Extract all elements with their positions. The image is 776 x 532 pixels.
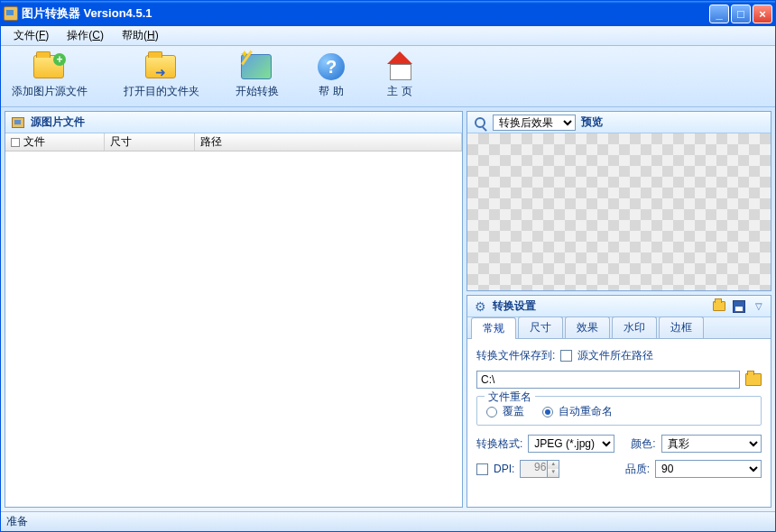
help-label: 帮 助 <box>319 84 343 99</box>
picture-icon <box>11 115 25 130</box>
tab-general[interactable]: 常规 <box>471 317 516 339</box>
color-select[interactable]: 真彩 <box>661 435 762 453</box>
magnifier-icon <box>473 115 487 130</box>
help-icon: ? <box>318 53 345 80</box>
overwrite-radio[interactable] <box>486 407 497 417</box>
preview-label: 预览 <box>581 115 603 130</box>
window-controls: _ □ × <box>709 5 772 23</box>
toolbar: + 添加图片源文件 ➜ 打开目的文件夹 开始转换 ? 帮 助 主 页 <box>1 46 775 107</box>
settings-menu-arrow-icon[interactable]: ▽ <box>753 300 765 312</box>
home-label: 主 页 <box>387 84 411 99</box>
overwrite-label: 覆盖 <box>503 404 524 419</box>
settings-header: ⚙ 转换设置 ▽ <box>467 296 771 317</box>
settings-tabs: 常规 尺寸 效果 水印 边框 <box>467 317 771 339</box>
col-path[interactable]: 路径 <box>195 133 462 151</box>
content-area: 源图片文件 文件 尺寸 路径 转换后效果 预览 <box>1 107 775 511</box>
app-icon <box>4 6 18 21</box>
right-column: 转换后效果 预览 ⚙ 转换设置 ▽ <box>467 111 771 508</box>
open-dest-label: 打开目的文件夹 <box>124 84 199 99</box>
preview-header: 转换后效果 预览 <box>467 112 771 133</box>
folder-add-icon: + <box>33 55 64 78</box>
source-table-header: 文件 尺寸 路径 <box>5 133 462 151</box>
dpi-input[interactable]: 96▲▼ <box>520 460 559 478</box>
same-path-checkbox[interactable] <box>560 350 572 362</box>
folder-open-icon: ➜ <box>145 55 176 78</box>
rename-legend: 文件重名 <box>485 390 535 405</box>
same-path-label: 源文件所在路径 <box>577 348 653 363</box>
menu-operate[interactable]: 操作(C) <box>58 26 113 45</box>
app-window: 图片转换器 Version4.5.1 _ □ × 文件(F) 操作(C) 帮助(… <box>0 0 776 532</box>
tab-size[interactable]: 尺寸 <box>518 316 563 338</box>
add-source-label: 添加图片源文件 <box>12 84 88 99</box>
load-settings-icon[interactable] <box>713 301 725 311</box>
source-panel-header: 源图片文件 <box>5 112 462 133</box>
tab-effect[interactable]: 效果 <box>565 316 610 338</box>
maximize-button[interactable]: □ <box>731 5 751 23</box>
dpi-label: DPI: <box>494 463 514 475</box>
quality-select[interactable]: 90 <box>655 460 762 478</box>
format-select[interactable]: JPEG (*.jpg) <box>528 435 614 453</box>
status-text: 准备 <box>6 514 28 529</box>
source-table-body[interactable] <box>5 151 462 507</box>
window-title: 图片转换器 Version4.5.1 <box>22 5 709 22</box>
preview-mode-select[interactable]: 转换后效果 <box>493 115 576 131</box>
save-path-input[interactable] <box>476 371 740 389</box>
preview-canvas[interactable] <box>467 133 771 290</box>
col-file[interactable]: 文件 <box>5 133 105 151</box>
settings-panel: ⚙ 转换设置 ▽ 常规 尺寸 效果 水印 边框 <box>467 295 771 508</box>
menubar: 文件(F) 操作(C) 帮助(H) <box>1 26 775 46</box>
settings-title: 转换设置 <box>493 298 536 314</box>
tab-border[interactable]: 边框 <box>659 316 704 338</box>
menu-help[interactable]: 帮助(H) <box>113 26 168 45</box>
titlebar: 图片转换器 Version4.5.1 _ □ × <box>1 1 775 26</box>
col-size[interactable]: 尺寸 <box>105 133 195 151</box>
wand-icon <box>241 54 272 79</box>
statusbar: 准备 <box>1 511 775 531</box>
preview-panel: 转换后效果 预览 <box>467 111 771 291</box>
close-button[interactable]: × <box>753 5 772 23</box>
start-label: 开始转换 <box>236 84 279 99</box>
open-dest-button[interactable]: ➜ 打开目的文件夹 <box>120 51 203 101</box>
auto-rename-radio[interactable] <box>542 407 553 417</box>
home-button[interactable]: 主 页 <box>380 51 420 101</box>
format-label: 转换格式: <box>476 436 522 452</box>
save-settings-icon[interactable] <box>733 300 745 313</box>
rename-fieldset: 文件重名 覆盖 自动重命名 <box>476 396 762 426</box>
browse-folder-icon[interactable] <box>745 373 762 386</box>
help-button[interactable]: ? 帮 助 <box>311 51 351 101</box>
settings-body: 转换文件保存到: 源文件所在路径 文件重名 覆盖 <box>467 339 771 507</box>
home-icon <box>385 55 414 80</box>
color-label: 颜色: <box>631 436 655 452</box>
gear-icon: ⚙ <box>473 299 487 314</box>
dpi-checkbox[interactable] <box>476 463 488 475</box>
source-panel-title: 源图片文件 <box>31 115 85 130</box>
tab-watermark[interactable]: 水印 <box>612 316 657 338</box>
quality-label: 品质: <box>625 462 650 477</box>
menu-file[interactable]: 文件(F) <box>5 26 58 45</box>
start-convert-button[interactable]: 开始转换 <box>232 51 282 101</box>
add-source-button[interactable]: + 添加图片源文件 <box>8 51 91 101</box>
minimize-button[interactable]: _ <box>709 5 729 23</box>
save-to-label: 转换文件保存到: <box>476 348 555 363</box>
auto-rename-label: 自动重命名 <box>559 404 613 419</box>
select-all-checkbox[interactable] <box>11 138 20 147</box>
source-files-panel: 源图片文件 文件 尺寸 路径 <box>5 111 463 508</box>
